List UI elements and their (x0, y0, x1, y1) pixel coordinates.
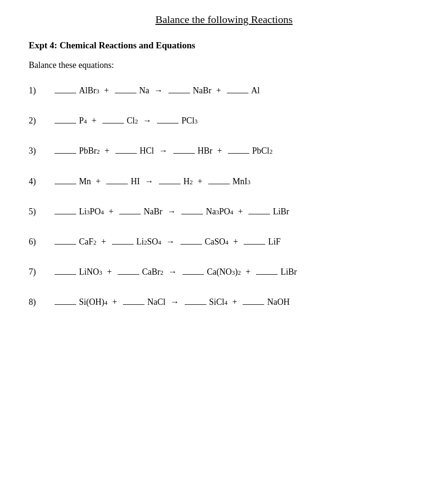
plus-4-1: + (96, 176, 101, 188)
blank-2-3 (157, 123, 179, 123)
term-Li2SO4: Li2SO4 (136, 236, 161, 248)
blank-7-4 (256, 274, 278, 275)
equation-6: 6) CaF2 + Li2SO4 → CaSO4 + LiF (29, 236, 419, 248)
eq-number-6: 6) (29, 236, 53, 248)
eq-content-6: CaF2 + Li2SO4 → CaSO4 + LiF (53, 236, 281, 248)
term-Mn: Mn (79, 176, 91, 188)
blank-4-2 (106, 184, 128, 184)
instructions: Balance these equations: (29, 60, 419, 70)
term-CaBr2: CaBr2 (142, 266, 164, 278)
term-LiF: LiF (268, 236, 280, 248)
term-CaF2: CaF2 (79, 236, 97, 248)
term-Na-1: Na (139, 85, 149, 97)
term-SiOH4: Si(OH)4 (79, 296, 108, 308)
blank-7-1 (55, 274, 76, 275)
term-HI: HI (131, 176, 140, 188)
term-PbBr2: PbBr2 (79, 145, 100, 157)
blank-1-2 (115, 93, 136, 93)
blank-1-4 (227, 93, 248, 93)
arrow-2: → (143, 115, 151, 127)
arrow-8: → (170, 296, 179, 308)
eq-number-8: 8) (29, 296, 53, 308)
blank-7-2 (118, 274, 139, 275)
equations-list: 1) AlBr3 + Na → NaBr + Al 2) P4 + Cl2 → … (29, 85, 419, 309)
plus-5-1: + (109, 206, 113, 218)
plus-7-1: + (107, 266, 112, 278)
term-H2: H2 (183, 176, 193, 188)
term-LiNO3: LiNO3 (79, 266, 102, 278)
plus-6-2: + (233, 236, 238, 248)
blank-8-3 (185, 304, 206, 305)
term-Na3PO4: Na3PO4 (206, 206, 233, 218)
eq-content-5: Li3PO4 + NaBr → Na3PO4 + LiBr (53, 206, 290, 218)
equation-1: 1) AlBr3 + Na → NaBr + Al (29, 85, 419, 97)
blank-5-3 (181, 214, 203, 214)
blank-5-1 (55, 214, 76, 214)
plus-6-1: + (101, 236, 106, 248)
plus-5-2: + (238, 206, 243, 218)
plus-8-1: + (112, 296, 117, 308)
eq-number-3: 3) (29, 145, 53, 157)
term-NaBr-5: NaBr (144, 206, 162, 218)
term-NaCl: NaCl (147, 296, 166, 308)
term-NaOH: NaOH (267, 296, 290, 308)
eq-content-7: LiNO3 + CaBr2 → Ca(NO3)2 + LiBr (53, 266, 298, 278)
blank-4-4 (208, 184, 230, 184)
eq-content-1: AlBr3 + Na → NaBr + Al (53, 85, 261, 97)
blank-4-3 (159, 184, 180, 184)
plus-1-2: + (216, 85, 221, 97)
term-LiBr-5: LiBr (273, 206, 289, 218)
eq-content-2: P4 + Cl2 → PCl3 (53, 115, 199, 127)
section-title: Expt 4: Chemical Reactions and Equations (29, 40, 419, 51)
eq-number-1: 1) (29, 85, 53, 97)
blank-1-1 (55, 93, 76, 93)
plus-1-1: + (104, 85, 109, 97)
term-CaNO32: Ca(NO3)2 (207, 266, 241, 278)
blank-2-1 (55, 123, 76, 123)
blank-3-2 (115, 153, 137, 154)
blank-6-1 (55, 244, 76, 245)
eq-number-2: 2) (29, 115, 53, 127)
equation-5: 5) Li3PO4 + NaBr → Na3PO4 + LiBr (29, 206, 419, 218)
eq-number-7: 7) (29, 266, 53, 278)
plus-7-2: + (246, 266, 250, 278)
equation-7: 7) LiNO3 + CaBr2 → Ca(NO3)2 + LiBr (29, 266, 419, 278)
plus-4-2: + (198, 176, 202, 188)
arrow-7: → (168, 266, 177, 278)
term-Al-1: Al (251, 85, 260, 97)
term-NaBr: NaBr (193, 85, 212, 97)
term-Cl2: Cl2 (127, 115, 138, 127)
eq-number-4: 4) (29, 176, 53, 188)
blank-1-3 (168, 93, 190, 93)
plus-2-1: + (92, 115, 97, 127)
blank-3-4 (228, 153, 249, 154)
term-HCl: HCl (140, 145, 154, 157)
arrow-1: → (154, 85, 163, 97)
arrow-5: → (167, 206, 176, 218)
eq-number-5: 5) (29, 206, 53, 218)
blank-6-4 (244, 244, 265, 245)
eq-content-4: Mn + HI → H2 + MnI3 (53, 176, 251, 188)
eq-content-3: PbBr2 + HCl → HBr + PbCl2 (53, 145, 273, 157)
term-SiCl4: SiCl4 (209, 296, 228, 308)
blank-3-3 (173, 153, 195, 154)
term-CaSO4: CaSO4 (205, 236, 229, 248)
blank-7-3 (182, 274, 204, 275)
equation-2: 2) P4 + Cl2 → PCl3 (29, 115, 419, 127)
equation-4: 4) Mn + HI → H2 + MnI3 (29, 176, 419, 188)
arrow-3: → (159, 145, 168, 157)
blank-8-4 (243, 304, 264, 305)
plus-8-2: + (232, 296, 237, 308)
blank-5-2 (119, 214, 141, 214)
arrow-4: → (145, 176, 153, 188)
blank-5-4 (248, 214, 270, 214)
term-P4: P4 (79, 115, 87, 127)
term-Li3PO4: Li3PO4 (79, 206, 104, 218)
term-MnI3: MnI3 (233, 176, 251, 188)
term-HBr: HBr (198, 145, 213, 157)
blank-6-3 (180, 244, 202, 245)
term-LiBr-7: LiBr (280, 266, 297, 278)
blank-8-1 (55, 304, 76, 305)
plus-3-1: + (105, 145, 110, 157)
blank-4-1 (55, 184, 76, 184)
